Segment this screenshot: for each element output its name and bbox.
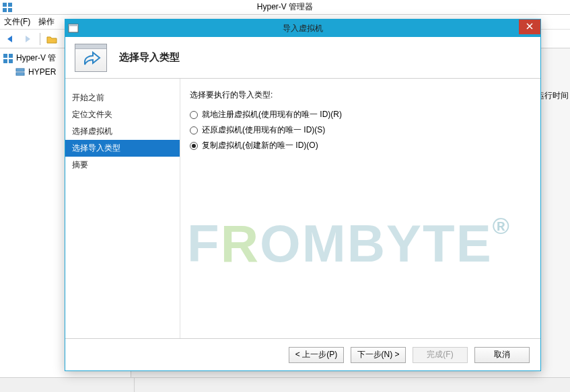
wizard-icon: [75, 44, 107, 72]
dialog-content: 选择要执行的导入类型: 就地注册虚拟机(使用现有的唯一 ID)(R) 还原虚拟机…: [180, 79, 540, 338]
next-button[interactable]: 下一步(N) >: [351, 347, 406, 363]
radio-copy-vm[interactable]: 复制虚拟机(创建新的唯一 ID)(O): [190, 140, 527, 151]
nav-forward-button[interactable]: [20, 32, 36, 46]
dialog-main: 开始之前 定位文件夹 选择虚拟机 选择导入类型 摘要 选择要执行的导入类型: 就…: [65, 79, 540, 338]
wizard-step-locate-folder[interactable]: 定位文件夹: [65, 106, 180, 123]
svg-rect-2: [3, 8, 7, 12]
svg-rect-3: [8, 8, 12, 12]
prev-button[interactable]: < 上一步(P): [289, 347, 344, 363]
dialog-close-button[interactable]: [519, 19, 540, 34]
radio-icon: [190, 111, 198, 119]
manager-titlebar: Hyper-V 管理器: [0, 0, 570, 15]
svg-rect-9: [3, 59, 7, 63]
hyperv-app-icon: [3, 3, 12, 12]
radio-copy-label: 复制虚拟机(创建新的唯一 ID)(O): [202, 140, 318, 151]
watermark-text: B: [347, 214, 386, 273]
dialog-titlebar: 导入虚拟机: [65, 19, 540, 37]
watermark-reg: ®: [493, 213, 511, 239]
wizard-step-before-begin[interactable]: 开始之前: [65, 89, 180, 106]
watermark-text: R: [221, 214, 260, 273]
status-segment: [0, 378, 135, 392]
menu-action[interactable]: 操作: [38, 16, 55, 28]
dialog-title: 导入虚拟机: [65, 23, 540, 34]
svg-rect-1: [8, 3, 12, 7]
watermark-text: F: [187, 214, 221, 273]
radio-register-inplace[interactable]: 就地注册虚拟机(使用现有的唯一 ID)(R): [190, 109, 527, 120]
radio-icon: [190, 142, 198, 150]
tree-root-label: Hyper-V 管: [16, 52, 56, 64]
radio-icon: [190, 126, 198, 134]
wizard-step-import-type[interactable]: 选择导入类型: [65, 140, 180, 157]
nav-back-button[interactable]: [3, 32, 19, 46]
watermark-text: YTE: [386, 214, 493, 273]
svg-rect-0: [3, 3, 7, 7]
toolbar-folder-button[interactable]: [44, 32, 60, 46]
import-vm-dialog: 导入虚拟机 选择导入类型 开始之前 定位文件夹 选择虚拟机 选择导入类型 摘要 …: [65, 19, 541, 371]
server-tree-icon: [15, 67, 26, 77]
radio-restore-vm[interactable]: 还原虚拟机(使用现有的唯一 ID)(S): [190, 124, 527, 136]
close-icon: [526, 22, 533, 32]
watermark: FROMBYTE®: [187, 213, 511, 274]
finish-button: 完成(F): [413, 347, 468, 363]
toolbar-separator: [40, 33, 40, 45]
column-runtime-label: 运行时间: [536, 90, 569, 102]
import-type-prompt: 选择要执行的导入类型:: [190, 89, 527, 101]
dialog-header: 选择导入类型: [65, 37, 540, 79]
watermark-text: OM: [260, 214, 347, 273]
wizard-nav: 开始之前 定位文件夹 选择虚拟机 选择导入类型 摘要: [65, 79, 180, 338]
wizard-step-summary[interactable]: 摘要: [65, 157, 180, 173]
cancel-button[interactable]: 取消: [474, 347, 530, 363]
menu-file[interactable]: 文件(F): [4, 16, 30, 28]
arrow-share-icon: [81, 51, 101, 69]
dialog-header-title: 选择导入类型: [119, 51, 180, 64]
svg-rect-10: [9, 59, 13, 63]
manager-statusbar: [0, 377, 570, 392]
tree-child-label: HYPER: [28, 67, 56, 77]
svg-rect-11: [16, 69, 24, 71]
manager-title: Hyper-V 管理器: [257, 1, 313, 13]
radio-restore-label: 还原虚拟机(使用现有的唯一 ID)(S): [202, 124, 325, 136]
wizard-step-select-vm[interactable]: 选择虚拟机: [65, 123, 180, 140]
svg-rect-7: [3, 54, 7, 58]
dialog-button-row: < 上一步(P) 下一步(N) > 完成(F) 取消: [65, 338, 540, 370]
svg-rect-8: [9, 54, 13, 58]
radio-register-label: 就地注册虚拟机(使用现有的唯一 ID)(R): [202, 109, 342, 120]
svg-rect-12: [16, 73, 24, 75]
hyperv-tree-icon: [3, 53, 13, 64]
